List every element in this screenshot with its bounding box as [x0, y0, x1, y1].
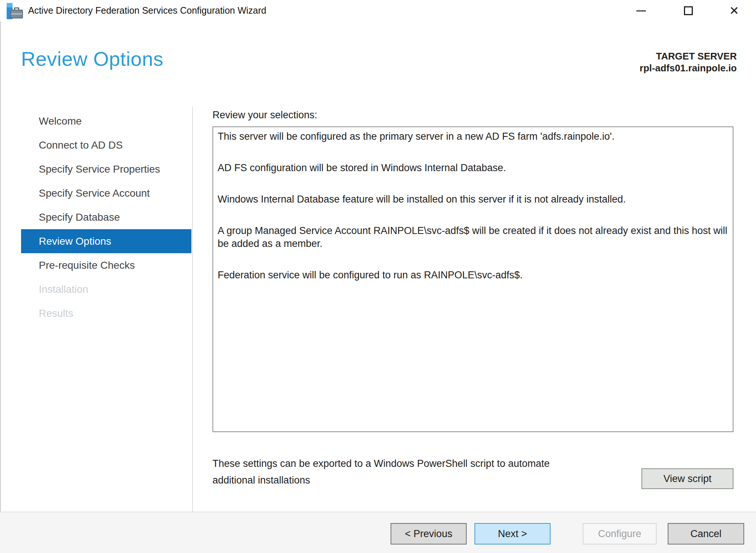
wizard-steps-sidebar: Welcome Connect to AD DS Specify Service…: [21, 109, 191, 325]
main-panel: Review your selections: This server will…: [212, 109, 735, 432]
review-paragraph: AD FS configuration will be stored in Wi…: [218, 162, 728, 174]
page-title: Review Options: [21, 47, 163, 70]
review-paragraph: Federation service will be configured to…: [218, 269, 728, 282]
sidebar-item-connect-to-ad-ds[interactable]: Connect to AD DS: [21, 133, 191, 157]
cancel-button[interactable]: Cancel: [668, 523, 744, 544]
sidebar-item-specify-service-properties[interactable]: Specify Service Properties: [21, 157, 191, 181]
review-selections-label: Review your selections:: [212, 109, 735, 121]
target-server-label: TARGET SERVER: [640, 50, 737, 62]
close-icon: ✕: [729, 5, 739, 17]
review-paragraph: Windows Internal Database feature will b…: [218, 193, 728, 206]
window-title: Active Directory Federation Services Con…: [28, 5, 266, 16]
configure-button: Configure: [583, 523, 657, 544]
app-icon: [6, 3, 23, 20]
footer-bar: < Previous Next > Configure Cancel: [0, 512, 756, 553]
wizard-window: Active Directory Federation Services Con…: [0, 0, 756, 553]
next-button[interactable]: Next >: [474, 523, 551, 544]
sidebar-item-results: Results: [21, 301, 191, 325]
window-left-border: [0, 21, 1, 553]
minimize-button[interactable]: [630, 2, 652, 19]
view-script-button[interactable]: View script: [641, 468, 733, 489]
sidebar-item-specify-service-account[interactable]: Specify Service Account: [21, 181, 191, 205]
maximize-icon: [684, 6, 693, 15]
review-paragraph: A group Managed Service Account RAINPOLE…: [218, 224, 728, 250]
sidebar-divider: [192, 106, 193, 512]
sidebar-item-welcome[interactable]: Welcome: [21, 109, 191, 133]
review-paragraph: This server will be configured as the pr…: [218, 130, 728, 143]
sidebar-item-review-options[interactable]: Review Options: [21, 229, 191, 253]
export-note: These settings can be exported to a Wind…: [212, 455, 589, 489]
target-server-value: rpl-adfs01.rainpole.io: [640, 62, 737, 74]
target-server-block: TARGET SERVER rpl-adfs01.rainpole.io: [640, 50, 737, 74]
sidebar-item-installation: Installation: [21, 277, 191, 301]
sidebar-item-pre-requisite-checks[interactable]: Pre-requisite Checks: [21, 253, 191, 277]
review-summary-box[interactable]: This server will be configured as the pr…: [212, 126, 733, 432]
previous-button[interactable]: < Previous: [391, 523, 467, 544]
sidebar-item-specify-database[interactable]: Specify Database: [21, 205, 191, 229]
minimize-icon: [636, 10, 646, 11]
titlebar[interactable]: Active Directory Federation Services Con…: [0, 0, 756, 21]
close-button[interactable]: ✕: [723, 2, 745, 19]
maximize-button[interactable]: [678, 2, 699, 19]
